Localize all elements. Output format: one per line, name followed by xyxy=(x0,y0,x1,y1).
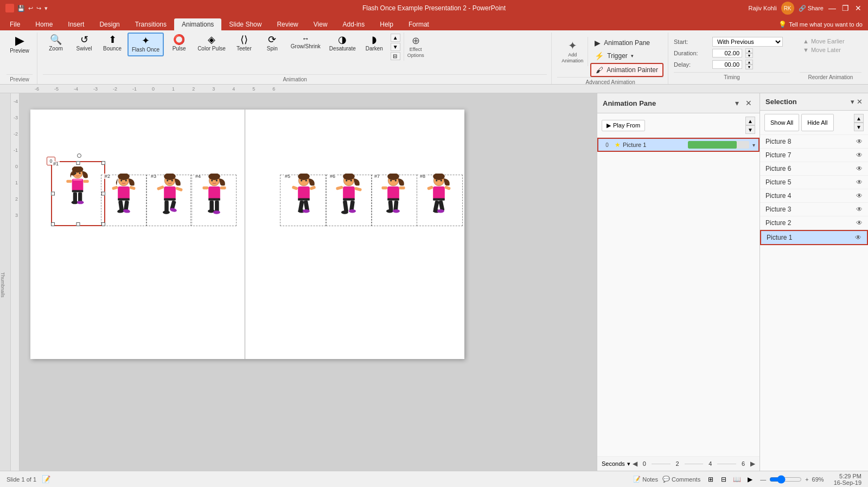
tab-insert[interactable]: Insert xyxy=(60,18,92,30)
delay-up-btn[interactable]: ▲ xyxy=(745,60,753,65)
figure-4-wrapper[interactable]: #4 xyxy=(193,174,238,228)
duration-up-btn[interactable]: ▲ xyxy=(745,48,753,53)
bounce-animation-button[interactable]: ⬆ Bounce xyxy=(99,33,125,54)
selection-pane-close-btn[interactable]: ✕ xyxy=(857,98,863,106)
zoom-slider[interactable] xyxy=(769,475,802,484)
quick-save-icon[interactable]: 💾 xyxy=(17,5,25,12)
zoom-animation-button[interactable]: 🔍 Zoom xyxy=(43,33,69,54)
figure-5-wrapper[interactable]: #5 xyxy=(283,174,327,228)
spin-animation-button[interactable]: ⟳ Spin xyxy=(259,33,285,54)
tab-addins[interactable]: Add-ins xyxy=(335,18,373,30)
selection-item-1[interactable]: Picture 1 👁 xyxy=(760,230,868,245)
teeter-animation-button[interactable]: ⟨⟩ Teeter xyxy=(231,33,257,54)
tab-transitions[interactable]: Transitions xyxy=(127,18,174,30)
handle-bl[interactable] xyxy=(51,222,55,226)
tab-help[interactable]: Help xyxy=(372,18,401,30)
sel-item-eye-1[interactable]: 👁 xyxy=(855,234,861,241)
animation-item-1[interactable]: 0 ★ Picture 1 ▾ xyxy=(597,138,760,152)
zoom-in-icon[interactable]: + xyxy=(805,476,808,483)
color-pulse-animation-button[interactable]: ◈ Color Pulse xyxy=(194,33,229,54)
selection-item-6[interactable]: Picture 6 👁 xyxy=(760,162,868,176)
close-button[interactable]: ✕ xyxy=(854,4,863,12)
scroll-up-btn[interactable]: ▲ xyxy=(391,34,400,42)
sel-item-eye-6[interactable]: 👁 xyxy=(856,165,863,172)
selection-item-7[interactable]: Picture 7 👁 xyxy=(760,149,868,162)
hide-all-button[interactable]: Hide All xyxy=(801,114,833,131)
slideshow-btn[interactable]: ▶ xyxy=(744,473,756,485)
customize-icon[interactable]: ▾ xyxy=(44,5,48,12)
slide-canvas[interactable]: 0 #1 xyxy=(30,110,464,359)
undo-icon[interactable]: ↩ xyxy=(28,5,33,12)
tab-review[interactable]: Review xyxy=(269,18,305,30)
tab-home[interactable]: Home xyxy=(28,18,60,30)
restore-button[interactable]: ❐ xyxy=(841,4,850,12)
sel-item-eye-8[interactable]: 👁 xyxy=(856,138,863,145)
anim-item-dropdown-1[interactable]: ▾ xyxy=(752,142,755,148)
swivel-animation-button[interactable]: ↺ Swivel xyxy=(71,33,97,54)
notes-button[interactable]: 📝 Notes xyxy=(633,476,658,483)
anim-scroll-up-btn[interactable]: ▲ xyxy=(745,117,755,125)
tab-file[interactable]: File xyxy=(2,18,28,30)
tab-format[interactable]: Format xyxy=(401,18,437,30)
selection-item-8[interactable]: Picture 8 👁 xyxy=(760,135,868,149)
timeline-right-arrow[interactable]: ▶ xyxy=(750,460,755,467)
figure-7-wrapper[interactable]: #7 xyxy=(372,174,417,228)
selection-down-arrow[interactable]: ▼ xyxy=(854,123,864,131)
move-earlier-button[interactable]: ▲ Move Earlier xyxy=(800,37,861,46)
desaturate-animation-button[interactable]: ◑ Desaturate xyxy=(326,33,359,54)
reading-view-btn[interactable]: 📖 xyxy=(731,473,743,485)
tell-me-bar[interactable]: 💡 Tell me what you want to do xyxy=(778,21,863,28)
start-select[interactable]: With Previous After Previous On Click xyxy=(712,37,783,47)
selection-item-2[interactable]: Picture 2 👁 xyxy=(760,216,868,230)
selection-item-3[interactable]: Picture 3 👁 xyxy=(760,203,868,216)
darken-animation-button[interactable]: ◗ Darken xyxy=(361,33,387,54)
duration-input[interactable] xyxy=(712,49,742,57)
handle-bm[interactable] xyxy=(76,222,80,226)
handle-tr[interactable] xyxy=(101,161,105,165)
sel-item-eye-3[interactable]: 👁 xyxy=(856,206,863,213)
scroll-down-btn[interactable]: ▼ xyxy=(391,43,400,51)
animation-pane-close-btn[interactable]: ✕ xyxy=(743,98,754,108)
minimize-button[interactable]: — xyxy=(828,4,837,12)
flash-once-animation-button[interactable]: ✦ Flash Once xyxy=(127,33,164,56)
figure-8-wrapper[interactable]: #8 xyxy=(418,174,462,228)
trigger-button[interactable]: ⚡ Trigger ▾ xyxy=(590,50,663,62)
sel-item-eye-4[interactable]: 👁 xyxy=(856,192,863,200)
selection-item-5[interactable]: Picture 5 👁 xyxy=(760,176,868,189)
figure-3-wrapper[interactable]: #3 xyxy=(149,174,193,228)
normal-view-btn[interactable]: ⊞ xyxy=(705,473,717,485)
zoom-out-icon[interactable]: — xyxy=(760,476,766,483)
timeline-left-arrow[interactable]: ◀ xyxy=(633,460,637,467)
anim-scroll-down-btn[interactable]: ▼ xyxy=(745,125,755,134)
tab-design[interactable]: Design xyxy=(92,18,127,30)
move-later-button[interactable]: ▼ Move Later xyxy=(800,46,861,54)
animation-pane-collapse-btn[interactable]: ▾ xyxy=(733,98,741,108)
animation-pane-button[interactable]: ▶ Animation Pane xyxy=(590,37,663,49)
selection-pane-collapse-btn[interactable]: ▾ xyxy=(851,98,854,106)
tab-animations[interactable]: Animations xyxy=(174,18,221,30)
figure-1-wrapper[interactable]: 0 #1 xyxy=(51,161,105,226)
grow-shrink-animation-button[interactable]: ↔ Grow/Shrink xyxy=(288,33,324,52)
figure-6-wrapper[interactable]: #6 xyxy=(328,174,372,228)
tab-slideshow[interactable]: Slide Show xyxy=(221,18,269,30)
slide-notes-icon[interactable]: 📝 xyxy=(42,475,50,483)
handle-ml[interactable] xyxy=(51,192,55,196)
show-all-button[interactable]: Show All xyxy=(764,114,799,131)
delay-input[interactable] xyxy=(712,60,742,69)
tab-view[interactable]: View xyxy=(306,18,335,30)
sel-item-eye-5[interactable]: 👁 xyxy=(856,178,863,186)
duration-down-btn[interactable]: ▼ xyxy=(745,53,753,58)
add-animation-button[interactable]: ✦ AddAnimation xyxy=(557,37,588,66)
figure-1-rotate-handle[interactable] xyxy=(77,153,81,158)
seconds-dropdown[interactable]: ▾ xyxy=(627,460,630,467)
play-from-button[interactable]: ▶ Play From xyxy=(602,120,645,131)
selection-item-4[interactable]: Picture 4 👁 xyxy=(760,189,868,203)
figure-2-wrapper[interactable]: #2 xyxy=(103,174,147,228)
pulse-animation-button[interactable]: ⭕ Pulse xyxy=(166,33,192,54)
preview-button[interactable]: ▶ Preview xyxy=(7,33,33,56)
slide-sorter-btn[interactable]: ⊟ xyxy=(718,473,730,485)
delay-down-btn[interactable]: ▼ xyxy=(745,65,753,69)
selection-up-arrow[interactable]: ▲ xyxy=(854,114,864,123)
sel-item-eye-2[interactable]: 👁 xyxy=(856,219,863,227)
comments-button[interactable]: 💬 Comments xyxy=(662,476,700,483)
